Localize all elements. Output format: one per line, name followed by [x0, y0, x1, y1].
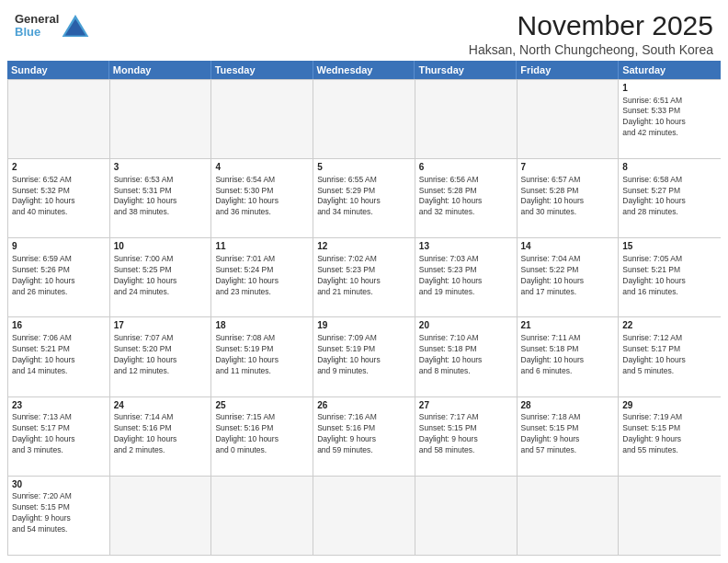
- calendar-cell: [518, 80, 620, 158]
- day-number: 26: [317, 399, 411, 412]
- calendar-cell: 20Sunrise: 7:10 AM Sunset: 5:18 PM Dayli…: [415, 317, 518, 396]
- title-block: November 2025 Haksan, North Chungcheong,…: [469, 9, 713, 57]
- day-info: Sunrise: 7:20 AM Sunset: 5:15 PM Dayligh…: [12, 491, 106, 535]
- logo: General Blue: [15, 13, 90, 40]
- day-number: 7: [521, 161, 615, 174]
- calendar-cell: 2Sunrise: 6:52 AM Sunset: 5:32 PM Daylig…: [8, 159, 110, 237]
- day-number: 28: [521, 399, 615, 412]
- calendar-cell: 23Sunrise: 7:13 AM Sunset: 5:17 PM Dayli…: [8, 397, 110, 476]
- logo-text: General: [15, 13, 59, 26]
- day-number: 12: [317, 240, 411, 253]
- day-number: 6: [419, 161, 513, 174]
- weekday-header-saturday: Saturday: [619, 61, 721, 79]
- day-number: 17: [114, 319, 208, 332]
- day-number: 15: [622, 240, 717, 253]
- day-number: 20: [419, 319, 513, 332]
- calendar-cell: [313, 80, 415, 158]
- day-info: Sunrise: 7:18 AM Sunset: 5:15 PM Dayligh…: [521, 412, 615, 456]
- logo-icon: [61, 13, 90, 39]
- calendar-cell: 18Sunrise: 7:08 AM Sunset: 5:19 PM Dayli…: [211, 317, 313, 396]
- day-info: Sunrise: 6:56 AM Sunset: 5:28 PM Dayligh…: [419, 175, 513, 219]
- calendar-cell: 29Sunrise: 7:19 AM Sunset: 5:15 PM Dayli…: [619, 397, 721, 476]
- calendar-cell: [211, 477, 313, 555]
- day-number: 27: [419, 399, 513, 412]
- calendar-cell: [8, 80, 110, 158]
- calendar-cell: [211, 80, 313, 158]
- day-number: 29: [622, 399, 717, 412]
- day-number: 3: [114, 161, 208, 174]
- weekday-header-wednesday: Wednesday: [313, 61, 415, 79]
- day-number: 24: [114, 399, 208, 412]
- calendar-cell: 5Sunrise: 6:55 AM Sunset: 5:29 PM Daylig…: [313, 159, 415, 237]
- day-number: 25: [215, 399, 309, 412]
- day-info: Sunrise: 7:12 AM Sunset: 5:17 PM Dayligh…: [622, 333, 717, 377]
- day-info: Sunrise: 6:58 AM Sunset: 5:27 PM Dayligh…: [622, 175, 717, 219]
- weekday-header-friday: Friday: [517, 61, 619, 79]
- calendar-row: 30Sunrise: 7:20 AM Sunset: 5:15 PM Dayli…: [8, 476, 721, 555]
- calendar-cell: 30Sunrise: 7:20 AM Sunset: 5:15 PM Dayli…: [8, 477, 110, 555]
- day-number: 16: [12, 319, 106, 332]
- day-number: 4: [215, 161, 309, 174]
- day-number: 8: [622, 161, 717, 174]
- logo-text-blue: Blue: [15, 26, 59, 39]
- calendar-cell: 14Sunrise: 7:04 AM Sunset: 5:22 PM Dayli…: [518, 238, 620, 316]
- calendar-cell: 26Sunrise: 7:16 AM Sunset: 5:16 PM Dayli…: [313, 397, 415, 476]
- calendar-header: SundayMondayTuesdayWednesdayThursdayFrid…: [7, 61, 721, 79]
- calendar-cell: 25Sunrise: 7:15 AM Sunset: 5:16 PM Dayli…: [211, 397, 313, 476]
- day-number: 9: [12, 240, 106, 253]
- day-number: 23: [12, 399, 106, 412]
- calendar-cell: 24Sunrise: 7:14 AM Sunset: 5:16 PM Dayli…: [110, 397, 212, 476]
- calendar-cell: 21Sunrise: 7:11 AM Sunset: 5:18 PM Dayli…: [518, 317, 620, 396]
- day-info: Sunrise: 7:15 AM Sunset: 5:16 PM Dayligh…: [215, 412, 309, 456]
- calendar-cell: [110, 80, 212, 158]
- calendar-cell: 22Sunrise: 7:12 AM Sunset: 5:17 PM Dayli…: [619, 317, 721, 396]
- day-number: 1: [622, 82, 717, 95]
- day-info: Sunrise: 7:04 AM Sunset: 5:22 PM Dayligh…: [521, 254, 615, 298]
- day-info: Sunrise: 6:54 AM Sunset: 5:30 PM Dayligh…: [215, 175, 309, 219]
- calendar-cell: 3Sunrise: 6:53 AM Sunset: 5:31 PM Daylig…: [110, 159, 212, 237]
- day-info: Sunrise: 7:13 AM Sunset: 5:17 PM Dayligh…: [12, 412, 106, 456]
- day-info: Sunrise: 7:11 AM Sunset: 5:18 PM Dayligh…: [521, 333, 615, 377]
- calendar-cell: [619, 477, 721, 555]
- day-number: 22: [622, 319, 717, 332]
- calendar-cell: 1Sunrise: 6:51 AM Sunset: 5:33 PM Daylig…: [619, 80, 721, 158]
- day-number: 18: [215, 319, 309, 332]
- page: General Blue November 2025 Haksan, North…: [0, 0, 728, 563]
- weekday-header-monday: Monday: [109, 61, 211, 79]
- calendar-body: 1Sunrise: 6:51 AM Sunset: 5:33 PM Daylig…: [7, 79, 721, 556]
- calendar-row: 1Sunrise: 6:51 AM Sunset: 5:33 PM Daylig…: [8, 79, 721, 158]
- day-info: Sunrise: 6:53 AM Sunset: 5:31 PM Dayligh…: [114, 175, 208, 219]
- sub-title: Haksan, North Chungcheong, South Korea: [469, 42, 713, 57]
- calendar-cell: [110, 477, 212, 555]
- calendar-row: 2Sunrise: 6:52 AM Sunset: 5:32 PM Daylig…: [8, 158, 721, 237]
- calendar-cell: 10Sunrise: 7:00 AM Sunset: 5:25 PM Dayli…: [110, 238, 212, 316]
- calendar-cell: 16Sunrise: 7:06 AM Sunset: 5:21 PM Dayli…: [8, 317, 110, 396]
- day-info: Sunrise: 7:05 AM Sunset: 5:21 PM Dayligh…: [622, 254, 717, 298]
- calendar-cell: 7Sunrise: 6:57 AM Sunset: 5:28 PM Daylig…: [518, 159, 620, 237]
- day-info: Sunrise: 7:00 AM Sunset: 5:25 PM Dayligh…: [114, 254, 208, 298]
- day-info: Sunrise: 7:08 AM Sunset: 5:19 PM Dayligh…: [215, 333, 309, 377]
- day-info: Sunrise: 6:51 AM Sunset: 5:33 PM Dayligh…: [622, 96, 717, 140]
- day-number: 19: [317, 319, 411, 332]
- day-number: 14: [521, 240, 615, 253]
- calendar-cell: [415, 80, 518, 158]
- weekday-header-tuesday: Tuesday: [211, 61, 313, 79]
- day-info: Sunrise: 6:59 AM Sunset: 5:26 PM Dayligh…: [12, 254, 106, 298]
- day-info: Sunrise: 7:01 AM Sunset: 5:24 PM Dayligh…: [215, 254, 309, 298]
- day-info: Sunrise: 7:03 AM Sunset: 5:23 PM Dayligh…: [419, 254, 513, 298]
- day-number: 10: [114, 240, 208, 253]
- calendar-row: 9Sunrise: 6:59 AM Sunset: 5:26 PM Daylig…: [8, 237, 721, 316]
- calendar-cell: 6Sunrise: 6:56 AM Sunset: 5:28 PM Daylig…: [415, 159, 518, 237]
- main-title: November 2025: [469, 9, 713, 42]
- day-info: Sunrise: 7:09 AM Sunset: 5:19 PM Dayligh…: [317, 333, 411, 377]
- calendar-cell: [313, 477, 415, 555]
- calendar-cell: 8Sunrise: 6:58 AM Sunset: 5:27 PM Daylig…: [619, 159, 721, 237]
- weekday-header-sunday: Sunday: [7, 61, 109, 79]
- calendar-cell: 12Sunrise: 7:02 AM Sunset: 5:23 PM Dayli…: [313, 238, 415, 316]
- calendar-cell: 27Sunrise: 7:17 AM Sunset: 5:15 PM Dayli…: [415, 397, 518, 476]
- day-info: Sunrise: 7:14 AM Sunset: 5:16 PM Dayligh…: [114, 412, 208, 456]
- day-number: 2: [12, 161, 106, 174]
- day-info: Sunrise: 7:06 AM Sunset: 5:21 PM Dayligh…: [12, 333, 106, 377]
- calendar-cell: 19Sunrise: 7:09 AM Sunset: 5:19 PM Dayli…: [313, 317, 415, 396]
- day-number: 21: [521, 319, 615, 332]
